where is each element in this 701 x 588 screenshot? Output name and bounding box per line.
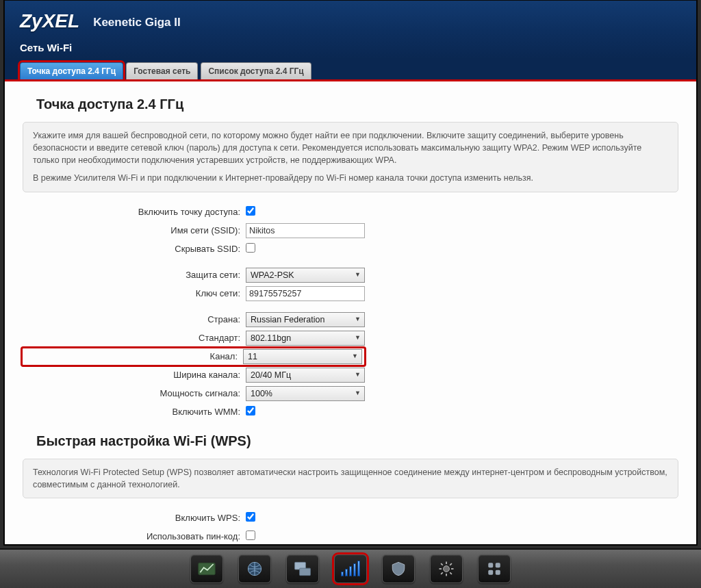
tab-access-point[interactable]: Точка доступа 2.4 ГГц	[20, 62, 123, 79]
taskbar-shield-icon[interactable]	[382, 554, 415, 583]
wps-title: Быстрая настройка Wi-Fi (WPS)	[36, 433, 678, 449]
model-name: Keenetic Giga II	[93, 16, 181, 32]
label-ssid: Имя сети (SSID):	[23, 225, 246, 235]
label-wps-pin: Использовать пин-код:	[23, 531, 246, 541]
label-hide-ssid: Скрывать SSID:	[23, 244, 246, 254]
svg-rect-14	[496, 563, 500, 567]
svg-line-11	[441, 572, 443, 574]
svg-point-4	[444, 566, 450, 572]
select-security[interactable]: WPA2-PSK	[246, 268, 365, 283]
wps-hint-box: Технология Wi-Fi Protected Setup (WPS) п…	[23, 459, 678, 498]
label-enable-ap: Включить точку доступа:	[23, 207, 246, 217]
ap-form: Включить точку доступа: Имя сети (SSID):…	[23, 203, 678, 421]
hint-text-2: В режиме Усилителя Wi-Fi и при подключен…	[33, 172, 668, 184]
svg-rect-15	[488, 570, 493, 575]
label-wmm: Включить WMM:	[23, 407, 246, 417]
svg-rect-3	[300, 568, 311, 576]
svg-rect-16	[496, 570, 500, 575]
taskbar-wifi-icon[interactable]	[334, 554, 367, 583]
header: ZyXEL Keenetic Giga II Сеть Wi-Fi	[5, 1, 696, 59]
checkbox-wmm[interactable]	[246, 406, 255, 416]
label-country: Страна:	[23, 314, 246, 324]
label-standard: Стандарт:	[23, 333, 246, 343]
section-title: Сеть Wi-Fi	[20, 42, 681, 53]
svg-rect-13	[488, 563, 493, 567]
label-key: Ключ сети:	[23, 288, 246, 298]
taskbar-apps-icon[interactable]	[478, 554, 511, 583]
taskbar-globe-icon[interactable]	[238, 554, 271, 583]
label-security: Защита сети:	[23, 270, 246, 280]
label-power: Мощность сигнала:	[23, 388, 246, 398]
tab-guest-network[interactable]: Гостевая сеть	[126, 62, 198, 79]
svg-line-12	[450, 563, 452, 565]
content: Точка доступа 2.4 ГГц Укажите имя для ва…	[5, 81, 696, 544]
taskbar	[0, 548, 701, 588]
select-width[interactable]: 20/40 МГц	[246, 368, 365, 383]
label-wps-enable: Включить WPS:	[23, 513, 246, 523]
hint-box: Укажите имя для вашей беспроводной сети,…	[23, 122, 678, 192]
label-channel: Канал:	[23, 351, 243, 361]
wps-form: Включить WPS: Использовать пин-код:	[23, 509, 678, 544]
svg-line-10	[450, 572, 452, 574]
checkbox-wps-enable[interactable]	[246, 512, 255, 522]
select-power[interactable]: 100%	[246, 386, 365, 401]
panel-title: Точка доступа 2.4 ГГц	[36, 97, 678, 112]
checkbox-enable-ap[interactable]	[246, 206, 255, 216]
taskbar-monitor-icon[interactable]	[286, 554, 319, 583]
taskbar-dashboard-icon[interactable]	[190, 554, 223, 583]
select-channel[interactable]: 11	[243, 349, 362, 364]
checkbox-wps-pin[interactable]	[246, 531, 255, 540]
input-key[interactable]	[246, 286, 365, 301]
tabs: Точка доступа 2.4 ГГц Гостевая сеть Спис…	[5, 59, 696, 81]
signal-bars-icon	[341, 561, 360, 576]
brand-logo: ZyXEL	[20, 10, 79, 32]
select-country[interactable]: Russian Federation	[246, 312, 365, 327]
wps-hint-text: Технология Wi-Fi Protected Setup (WPS) п…	[33, 466, 668, 491]
svg-line-9	[441, 563, 443, 565]
taskbar-gear-icon[interactable]	[430, 554, 463, 583]
app-window: ZyXEL Keenetic Giga II Сеть Wi-Fi Точка …	[4, 0, 697, 545]
select-standard[interactable]: 802.11bgn	[246, 331, 365, 346]
hint-text-1: Укажите имя для вашей беспроводной сети,…	[33, 129, 668, 166]
tab-access-list[interactable]: Список доступа 2.4 ГГц	[201, 62, 311, 79]
checkbox-hide-ssid[interactable]	[246, 243, 255, 253]
input-ssid[interactable]	[246, 223, 365, 238]
label-width: Ширина канала:	[23, 370, 246, 380]
